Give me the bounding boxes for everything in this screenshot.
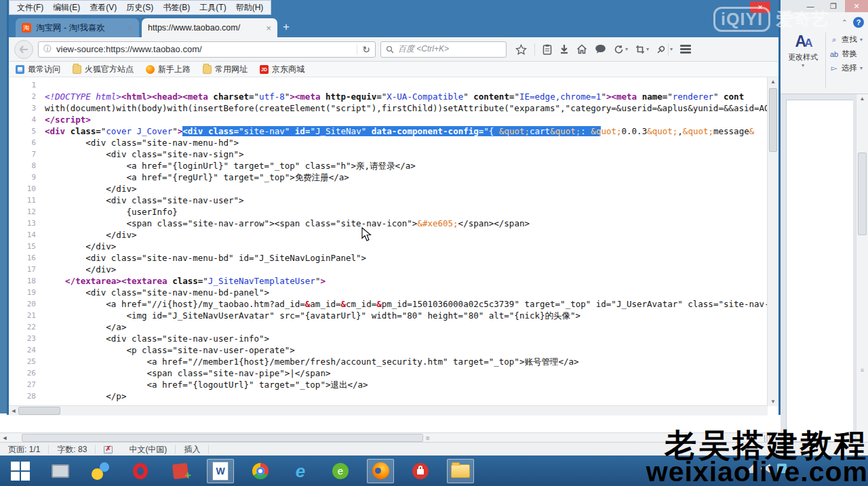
- browser-tab[interactable]: 淘淘宝网 - 淘!我喜欢×: [16, 18, 139, 37]
- taskbar-item-file-explorer[interactable]: [447, 459, 474, 483]
- page-indicator[interactable]: 页面: 1/1: [0, 445, 49, 454]
- taskbar-item-qq-messenger[interactable]: [87, 459, 114, 483]
- scrollbar-grip[interactable]: ≡: [858, 365, 867, 375]
- tab-close-icon[interactable]: ×: [127, 23, 133, 33]
- line-number: 19: [9, 287, 45, 298]
- taskbar-item-graphics-app[interactable]: [167, 459, 194, 483]
- line-code: <a href="//member1{host}/member/fresh/ac…: [45, 356, 768, 367]
- taskbar-item-screen-app[interactable]: [47, 459, 74, 483]
- scrollbar-thumb[interactable]: [858, 153, 867, 235]
- taskbar-item-internet-explorer[interactable]: e: [287, 459, 314, 483]
- bookmark-item[interactable]: 常用网址: [203, 64, 248, 75]
- line-code: <a href="{regUrl}" target="_top">免费注册</a…: [45, 171, 768, 183]
- language-indicator[interactable]: 中文(中国): [121, 445, 176, 454]
- replace-button[interactable]: ab 替换: [829, 47, 867, 61]
- code-segment: cont: [719, 92, 745, 102]
- tab-close-icon[interactable]: ×: [266, 23, 271, 33]
- resize-grip-icon: |||: [764, 434, 771, 442]
- messenger-icon[interactable]: [595, 44, 606, 54]
- code-segment: am_id=: [310, 299, 340, 309]
- scrollbar-thumb[interactable]: [769, 88, 777, 152]
- indent: [45, 264, 85, 275]
- site-info-icon[interactable]: ⓘ: [43, 43, 52, 55]
- scrollbar-thumb[interactable]: [22, 434, 423, 442]
- scroll-down-icon[interactable]: ▼: [768, 397, 778, 406]
- line-code: [45, 79, 768, 91]
- bookmark-item[interactable]: 火狐官方站点: [73, 64, 134, 75]
- close-button[interactable]: ✕: [845, 0, 868, 12]
- sync-icon[interactable]: ▾: [614, 45, 628, 54]
- reload-icon[interactable]: ↻: [357, 44, 370, 55]
- code-segment: &#xe605;: [417, 218, 458, 228]
- back-button[interactable]: [14, 40, 33, 59]
- reading-list-icon[interactable]: [542, 44, 552, 55]
- menu-item[interactable]: 查看(V): [85, 2, 121, 14]
- code-segment: ": [254, 92, 260, 102]
- taskbar-item-secure-browser[interactable]: [407, 459, 434, 483]
- bookmark-item[interactable]: JD京东商城: [260, 64, 304, 75]
- word-horizontal-scrollbar[interactable]: ◄ ≡ |||: [0, 432, 781, 443]
- taskbar-item-360-browser[interactable]: e: [327, 459, 354, 483]
- plugin-icon[interactable]: ▾: [656, 43, 673, 56]
- collapse-ribbon-icon[interactable]: ⌃: [842, 18, 848, 27]
- change-style-label: 更改样式: [783, 52, 823, 62]
- taskbar-item-windows-start[interactable]: [7, 459, 34, 483]
- taskbar-item-word[interactable]: W: [207, 459, 234, 483]
- menu-item[interactable]: 编辑(E): [48, 2, 85, 14]
- word-ribbon: AA 更改样式 ▾ ⌕ 查找 ▾ ab 替换 ▻ 选择 ▾ ⟓ 编辑: [781, 31, 868, 94]
- taskbar-item-opera-browser[interactable]: [127, 459, 154, 483]
- mouse-cursor: [361, 227, 372, 242]
- source-line: 14 </div>: [9, 229, 768, 241]
- code-segment: class=: [71, 126, 101, 136]
- network-icon[interactable]: [745, 464, 754, 473]
- menu-item[interactable]: 历史(S): [121, 2, 158, 14]
- url-bar[interactable]: ⓘ view-source:https://www.taobao.com/ ↻: [38, 41, 376, 58]
- menu-icon[interactable]: [680, 43, 691, 56]
- page-actions-icon[interactable]: ▾: [635, 45, 649, 54]
- taskbar-item-chrome-browser[interactable]: [247, 459, 274, 483]
- menu-item[interactable]: 书签(B): [158, 2, 195, 14]
- scroll-left-icon[interactable]: ◄: [9, 407, 18, 414]
- select-button[interactable]: ▻ 选择 ▾: [829, 61, 867, 75]
- spellcheck-icon[interactable]: [104, 446, 113, 453]
- scroll-up-icon[interactable]: ▲: [768, 77, 778, 86]
- bookmark-item[interactable]: 新手上路: [146, 64, 191, 75]
- source-code[interactable]: 12<!DOCTYPE html><html><head><meta chars…: [9, 79, 768, 406]
- code-segment: :: [580, 126, 591, 136]
- code-segment: {userInfo}: [126, 207, 177, 217]
- bookmark-item[interactable]: 最常访问: [16, 64, 60, 75]
- home-icon[interactable]: [576, 44, 587, 54]
- chevron-down-icon: ▾: [860, 37, 863, 43]
- menu-item[interactable]: 帮助(H): [231, 2, 269, 14]
- find-button[interactable]: ⌕ 查找 ▾: [829, 33, 867, 47]
- help-icon[interactable]: ?: [853, 17, 864, 28]
- code-segment: X-UA-Compatible: [387, 92, 463, 102]
- bookmark-star-icon[interactable]: [515, 44, 527, 55]
- menu-item[interactable]: 工具(T): [195, 2, 231, 14]
- line-code: <div class="site-nav-menu-bd-panel">: [45, 287, 768, 298]
- menu-item[interactable]: 文件(F): [12, 2, 48, 14]
- bookmarks-bar: 最常访问火狐官方站点新手上路常用网址JD京东商城: [9, 62, 778, 77]
- tray-app-icon[interactable]: [777, 464, 787, 473]
- scroll-up-icon[interactable]: ▲: [856, 94, 868, 104]
- scroll-left-icon[interactable]: ◄: [0, 434, 9, 441]
- scrollbar-thumb[interactable]: [18, 407, 60, 415]
- downloads-icon[interactable]: [559, 44, 569, 54]
- word-page[interactable]: [786, 100, 853, 442]
- page-content[interactable]: 12<!DOCTYPE html><html><head><meta chars…: [9, 77, 778, 416]
- horizontal-scrollbar[interactable]: ◄: [9, 405, 768, 416]
- url-text[interactable]: view-source:https://www.taobao.com/: [56, 44, 352, 54]
- word-vertical-scrollbar[interactable]: ▲ ≡: [856, 94, 868, 442]
- word-count[interactable]: 字数: 83: [49, 445, 96, 454]
- search-input[interactable]: 百度 <Ctrl+K>: [380, 41, 507, 58]
- vertical-scrollbar[interactable]: ▲ ▼: [767, 77, 778, 406]
- indent: [45, 241, 85, 251]
- jd-icon: JD: [260, 65, 269, 74]
- new-tab-button[interactable]: +: [283, 20, 290, 34]
- insert-mode-indicator[interactable]: 插入: [176, 445, 209, 454]
- taskbar-item-firefox-browser[interactable]: [367, 459, 394, 483]
- source-line: 27 <a href="{logoutUrl}" target="_top">退…: [9, 379, 768, 390]
- volume-icon[interactable]: [761, 464, 770, 473]
- browser-tab[interactable]: https://www.taobao.com/×: [142, 18, 277, 37]
- change-style-button[interactable]: AA 更改样式 ▾: [783, 33, 823, 68]
